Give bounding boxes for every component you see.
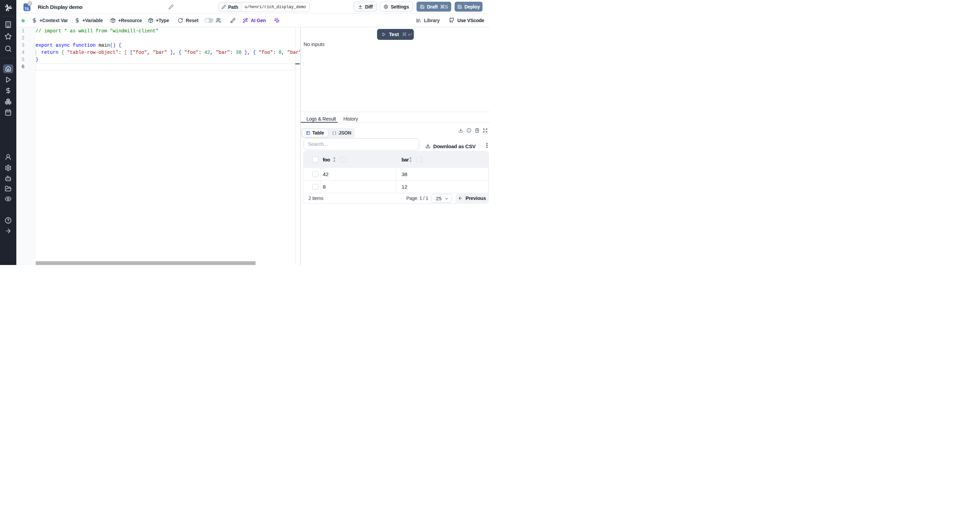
svg-text:TS: TS bbox=[24, 7, 29, 11]
